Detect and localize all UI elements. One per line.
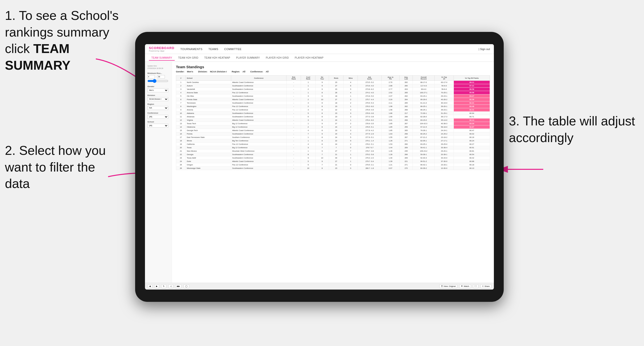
cell-tour: 8	[316, 143, 329, 146]
cell-conf: 1	[301, 150, 316, 153]
cell-points: 80.94	[454, 112, 490, 115]
cell-rnds: 23	[329, 129, 344, 132]
cell-avg-par: 1.53	[382, 143, 400, 146]
toolbar-copy[interactable]: ◁	[168, 284, 173, 288]
table-row: 11 Arkansas Southeastern Conference - 6 …	[176, 115, 490, 119]
col-points: Vs Top 50 Points	[454, 76, 490, 81]
toolbar-back[interactable]: ◀	[148, 284, 152, 288]
cell-points: 80.91	[454, 146, 490, 150]
cell-vs25: 24-25-2	[434, 132, 454, 136]
main-content: Update time: 27/03/2024 16:56:26 Minimum…	[145, 62, 494, 283]
cell-rank: 24	[176, 160, 186, 163]
cell-tour: 8	[316, 125, 329, 129]
cell-rank: 2	[176, 84, 186, 88]
cell-rnk: -	[286, 98, 301, 101]
cell-school: North Carolina	[186, 81, 231, 84]
tab-team-summary[interactable]: TEAM SUMMARY	[149, 55, 175, 61]
table-row: 12 Virginia Atlantic Coast Conference - …	[176, 119, 490, 122]
filter-max-input[interactable]	[158, 75, 165, 79]
filter-gender-select[interactable]: Men's Women's	[148, 88, 168, 92]
toolbar-share[interactable]: ⇫ Share	[480, 284, 492, 288]
cell-conf: 5	[301, 160, 316, 163]
filter-chip-region: Region: All	[232, 70, 246, 73]
filter-conference-select[interactable]: (All)	[148, 115, 168, 119]
cell-points: 83.34	[454, 122, 490, 125]
cell-wins: 1	[344, 105, 358, 108]
tab-team-h2h-grid[interactable]: TEAM H2H GRID	[176, 55, 201, 61]
table-row: 14 Oklahoma Big 12 Conference - 2 8 24 2…	[176, 125, 490, 129]
cell-rnds: 27	[329, 84, 344, 88]
cell-avg-par: 1.21	[382, 163, 400, 167]
cell-adj-score: 279.1 -1.4	[358, 139, 382, 143]
cell-adj-score: 277.8 -4.2	[358, 129, 382, 132]
table-row: 19 California Pac-12 Conference - 4 8 24…	[176, 143, 490, 146]
filter-range-slider[interactable]	[148, 79, 168, 83]
cell-rank: 1	[176, 81, 186, 84]
tab-player-summary[interactable]: PLAYER SUMMARY	[234, 55, 262, 61]
toolbar-view-original[interactable]: ☰ View: Original	[439, 284, 457, 288]
filter-school-select[interactable]: (All)	[148, 124, 168, 128]
nav-committee[interactable]: COMMITTEE	[224, 47, 242, 51]
cell-rnk: -	[286, 101, 301, 105]
filter-min-input[interactable]	[148, 75, 155, 79]
cell-school: East Tennessee State	[186, 136, 231, 139]
table-title: Team Standings	[176, 65, 490, 69]
cell-avg-par: 1.30	[382, 156, 400, 160]
cell-conference: Southeastern Conference	[231, 167, 286, 170]
cell-adj-score: 277.6 -5.1	[358, 136, 382, 139]
tab-team-h2h-heatmap[interactable]: TEAM H2H HEATMAP	[202, 55, 233, 61]
filter-division-select[interactable]: NCAA Division I NCAA Division II NCAA Di…	[148, 97, 168, 101]
cell-overall: 95-29-0	[413, 98, 434, 101]
cell-avg-par: 2.11	[382, 101, 400, 105]
cell-wins: 2	[344, 143, 358, 146]
toolbar-clock[interactable]: ◯	[184, 284, 189, 288]
cell-vs25: 40-26-2	[434, 98, 454, 101]
toolbar-forward[interactable]: ▶	[154, 284, 159, 288]
cell-avg-par: 1.85	[382, 125, 400, 129]
cell-conf: 2	[301, 105, 316, 108]
cell-avg-par: 1.39	[382, 160, 400, 163]
toolbar-reload[interactable]: ↻	[161, 284, 166, 288]
cell-tour: 9	[316, 160, 329, 163]
cell-school: Texas A&M	[186, 156, 231, 160]
cell-points: 82.87	[454, 125, 490, 129]
cell-conference: Atlantic Coast Conference	[231, 98, 286, 101]
table-row: 5 Ole Miss Southeastern Conference - 3 6…	[176, 94, 490, 98]
cell-rnds: 27	[329, 150, 344, 153]
nav-teams[interactable]: TEAMS	[208, 47, 218, 51]
cell-conference: Southeastern Conference	[231, 88, 286, 91]
cell-conf: 1	[301, 91, 316, 94]
tablet-screen: SCOREBOARD Powered by clippi TOURNAMENTS…	[145, 44, 494, 290]
cell-vs25: 31-29-1	[434, 112, 454, 115]
toolbar-watch[interactable]: 👁 Watch	[459, 284, 471, 288]
table-row: 17 East Tennessee State Southern Confere…	[176, 136, 490, 139]
cell-rnk: -	[286, 81, 301, 84]
toolbar-share-copy[interactable]: ▶▶	[175, 284, 182, 288]
cell-avg-low: 262	[400, 105, 413, 108]
cell-school: Texas	[186, 146, 231, 150]
nav-tournaments[interactable]: TOURNAMENTS	[180, 47, 202, 51]
cell-tour: 9	[316, 150, 329, 153]
filter-region-select[interactable]: N/A All	[148, 106, 168, 110]
table-row: 13 Texas Tech Big 12 Conference - 1 9 27…	[176, 122, 490, 125]
cell-conference: Atlantic Coast Conference	[231, 81, 286, 84]
col-rnk-rank: RnkRank	[286, 76, 301, 81]
cell-school: Georgia Tech	[186, 129, 231, 132]
sign-out-link[interactable]: | Sign out	[479, 48, 490, 50]
cell-rnds: 23	[329, 88, 344, 91]
cell-vs25: 58-18-0	[434, 125, 454, 129]
table-row: 8 Washington Pac-12 Conference - 2 8 23 …	[176, 105, 490, 108]
cell-avg-low: 269	[400, 146, 413, 150]
tab-player-h2h-heatmap[interactable]: PLAYER H2H HEATMAP	[292, 55, 326, 61]
cell-conf: 5	[301, 112, 316, 115]
tab-player-h2h-grid[interactable]: PLAYER H2H GRID	[264, 55, 292, 61]
cell-school: Tennessee	[186, 101, 231, 105]
cell-adj-score: 279.2 -5.8	[358, 153, 382, 156]
cell-conf: 1	[301, 139, 316, 143]
cell-rnk: -	[286, 108, 301, 112]
toolbar-expand[interactable]: ⛶	[473, 284, 478, 288]
cell-rnds: 23	[329, 115, 344, 119]
cell-school: Ole Miss	[186, 94, 231, 98]
col-conf-rank: ConfRank	[301, 76, 316, 81]
cell-rank: 20	[176, 146, 186, 150]
